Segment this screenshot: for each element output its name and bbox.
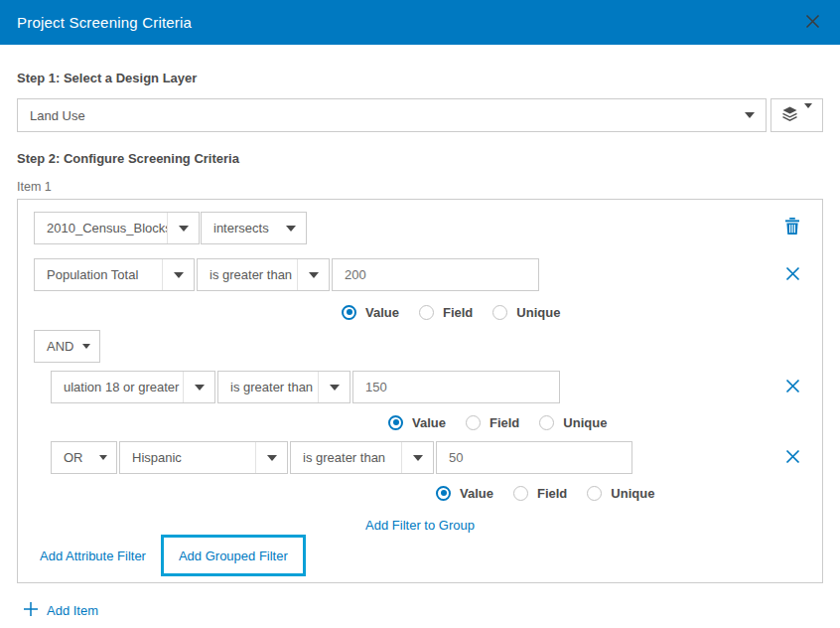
filter1-value-type-radio-group: Value Field Unique: [342, 304, 806, 320]
filter2-field-select[interactable]: ulation 18 or greater: [51, 371, 215, 403]
dialog-header: Project Screening Criteria: [0, 0, 840, 45]
filter3-value-input[interactable]: [436, 441, 632, 474]
logic-operator-row: AND: [34, 330, 806, 363]
chevron-down-icon: [297, 259, 329, 290]
remove-x-icon: [785, 266, 800, 284]
design-layer-row: Land Use: [17, 98, 823, 132]
attribute-filter-row-1: Population Total is greater than: [34, 258, 806, 291]
filter2-field-value: ulation 18 or greater: [52, 380, 183, 394]
filter3-field-value: Hispanic: [120, 450, 255, 465]
filter2-radio-value[interactable]: [388, 415, 403, 430]
filter1-radio-unique[interactable]: [492, 305, 507, 320]
delete-item-button[interactable]: [784, 218, 800, 238]
design-layer-select[interactable]: Land Use: [17, 98, 767, 132]
step1-label: Step 1: Select a Design Layer: [17, 71, 823, 85]
filter2-operator-select[interactable]: is greater than: [217, 371, 350, 403]
design-layer-value: Land Use: [18, 108, 734, 123]
filter3-logic-value: OR: [52, 450, 90, 465]
dialog-body: Step 1: Select a Design Layer Land Use S…: [0, 71, 840, 620]
filter1-radio-value[interactable]: [342, 305, 356, 320]
step2-label: Step 2: Configure Screening Criteria: [17, 151, 823, 166]
add-item-label: Add Item: [47, 603, 98, 618]
spatial-filter-row: 2010_Census_Blocks intersects: [34, 212, 806, 244]
target-layer-select[interactable]: 2010_Census_Blocks: [34, 212, 200, 244]
chevron-down-icon: [167, 213, 199, 243]
radio-label-value: Value: [365, 305, 399, 320]
filter3-operator-select[interactable]: is greater than: [290, 441, 434, 474]
radio-label-unique: Unique: [516, 305, 560, 320]
item-actions-row: Add Attribute Filter Add Grouped Filter: [34, 535, 806, 576]
group-filter-row-2: OR Hispanic is greater than: [51, 441, 806, 474]
dialog-title: Project Screening Criteria: [17, 14, 192, 31]
add-grouped-filter-link[interactable]: Add Grouped Filter: [179, 549, 288, 563]
tutorial-highlight-box: Add Grouped Filter: [161, 535, 306, 576]
filter1-value-input[interactable]: [332, 258, 539, 291]
filter3-radio-unique[interactable]: [587, 486, 602, 501]
radio-label-field: Field: [490, 415, 519, 430]
add-filter-to-group-link[interactable]: Add Filter to Group: [365, 518, 475, 533]
item-label: Item 1: [17, 180, 823, 194]
remove-x-icon: [785, 449, 800, 467]
filter2-operator-value: is greater than: [218, 380, 318, 394]
filter2-radio-unique[interactable]: [539, 415, 554, 430]
filter1-field-value: Population Total: [35, 267, 162, 282]
radio-label-unique: Unique: [563, 415, 607, 430]
filter1-operator-select[interactable]: is greater than: [197, 258, 330, 291]
add-attribute-filter-link[interactable]: Add Attribute Filter: [40, 549, 146, 563]
filter3-radio-value[interactable]: [436, 486, 451, 501]
filter1-radio-field[interactable]: [419, 305, 434, 320]
trash-icon: [784, 218, 800, 238]
group-filter-row-1: ulation 18 or greater is greater than: [51, 371, 806, 403]
filter2-value-type-radio-group: Value Field Unique: [388, 414, 806, 430]
chevron-down-icon: [734, 99, 766, 131]
radio-label-value: Value: [460, 486, 493, 501]
chevron-down-icon: [90, 442, 116, 473]
filter3-radio-field[interactable]: [513, 486, 528, 501]
filter2-radio-field[interactable]: [466, 415, 481, 430]
layers-icon: [781, 106, 798, 125]
close-icon: [804, 13, 821, 33]
plus-icon: [23, 601, 39, 620]
radio-label-unique: Unique: [611, 486, 654, 501]
chevron-down-icon: [318, 372, 350, 402]
spatial-operator-select[interactable]: intersects: [201, 212, 307, 244]
filter1-field-select[interactable]: Population Total: [34, 258, 195, 291]
chevron-down-icon: [73, 331, 99, 362]
chevron-down-icon: [162, 259, 194, 290]
target-layer-value: 2010_Census_Blocks: [35, 221, 167, 236]
layer-options-button[interactable]: [770, 98, 823, 132]
radio-label-field: Field: [443, 305, 473, 320]
remove-x-icon: [785, 379, 800, 396]
filter1-operator-value: is greater than: [198, 267, 297, 282]
filter2-value-input[interactable]: [352, 371, 560, 403]
chevron-down-icon: [401, 442, 433, 473]
chevron-down-icon: [804, 108, 812, 123]
remove-filter2-button[interactable]: [785, 379, 800, 396]
filter3-logic-select[interactable]: OR: [51, 441, 117, 474]
close-button[interactable]: [802, 11, 823, 35]
remove-filter3-button[interactable]: [785, 449, 800, 467]
project-screening-criteria-dialog: Project Screening Criteria Step 1: Selec…: [0, 0, 840, 628]
filter3-value-type-radio-group: Value Field Unique: [436, 485, 806, 501]
logic-operator-value: AND: [35, 339, 73, 354]
logic-operator-select[interactable]: AND: [34, 330, 100, 363]
chevron-down-icon: [255, 442, 287, 473]
radio-label-value: Value: [412, 415, 446, 430]
filter3-field-select[interactable]: Hispanic: [119, 441, 288, 474]
chevron-down-icon: [276, 213, 306, 243]
filter3-operator-value: is greater than: [291, 450, 401, 465]
item-panel: 2010_Census_Blocks intersects: [17, 199, 823, 583]
remove-filter1-button[interactable]: [785, 266, 800, 284]
chevron-down-icon: [183, 372, 214, 402]
add-item-button[interactable]: Add Item: [23, 601, 98, 620]
spatial-operator-value: intersects: [202, 221, 276, 236]
radio-label-field: Field: [537, 486, 567, 501]
